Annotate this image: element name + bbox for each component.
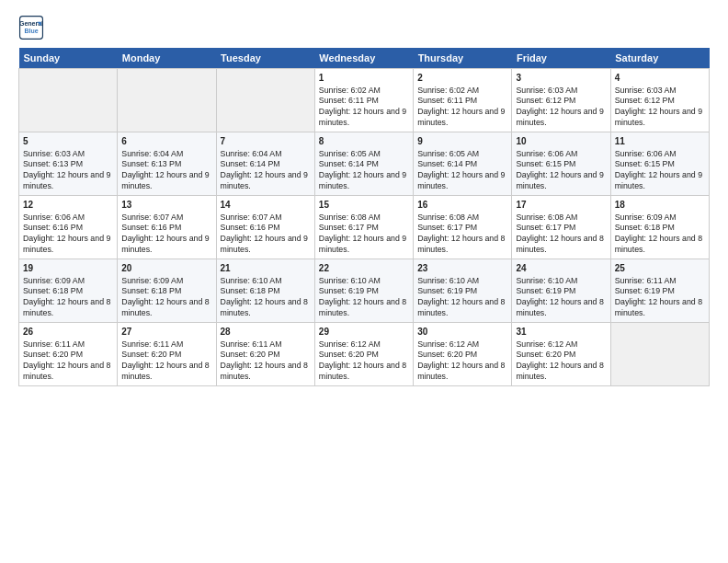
- day-info: Sunset: 6:11 PM: [417, 96, 507, 107]
- calendar-week-1: 1Sunrise: 6:02 AMSunset: 6:11 PMDaylight…: [19, 69, 710, 132]
- day-info: Daylight: 12 hours and 9 minutes.: [221, 234, 311, 256]
- day-info: Sunset: 6:15 PM: [615, 159, 705, 170]
- day-info: Sunrise: 6:08 AM: [319, 213, 409, 224]
- day-number: 7: [221, 135, 311, 148]
- calendar-cell: 26Sunrise: 6:11 AMSunset: 6:20 PMDayligh…: [19, 323, 118, 386]
- day-info: Sunset: 6:17 PM: [516, 223, 606, 234]
- day-info: Sunset: 6:16 PM: [121, 223, 211, 234]
- day-info: Daylight: 12 hours and 8 minutes.: [319, 361, 409, 383]
- calendar-cell: 14Sunrise: 6:07 AMSunset: 6:16 PMDayligh…: [216, 196, 314, 259]
- day-number: 4: [615, 72, 705, 85]
- day-info: Sunrise: 6:11 AM: [221, 339, 311, 350]
- day-info: Sunset: 6:13 PM: [121, 159, 211, 170]
- day-info: Sunrise: 6:05 AM: [417, 149, 507, 160]
- day-number: 24: [516, 262, 606, 275]
- day-info: Sunset: 6:20 PM: [221, 350, 311, 361]
- day-info: Sunrise: 6:10 AM: [417, 276, 507, 287]
- column-header-monday: Monday: [118, 48, 216, 69]
- day-info: Sunset: 6:17 PM: [417, 223, 507, 234]
- day-info: Daylight: 12 hours and 9 minutes.: [417, 107, 507, 129]
- svg-text:Blue: Blue: [24, 28, 38, 34]
- calendar-cell: 24Sunrise: 6:10 AMSunset: 6:19 PMDayligh…: [512, 259, 610, 323]
- day-number: 18: [615, 199, 705, 212]
- calendar-week-3: 12Sunrise: 6:06 AMSunset: 6:16 PMDayligh…: [19, 196, 710, 259]
- day-number: 8: [319, 135, 409, 148]
- day-number: 20: [121, 262, 211, 275]
- day-info: Sunrise: 6:09 AM: [121, 276, 211, 287]
- day-info: Sunrise: 6:06 AM: [615, 149, 705, 160]
- day-info: Sunset: 6:15 PM: [516, 159, 606, 170]
- day-info: Daylight: 12 hours and 8 minutes.: [417, 297, 507, 319]
- day-number: 6: [121, 135, 211, 148]
- day-number: 15: [319, 199, 409, 212]
- day-info: Sunrise: 6:09 AM: [23, 276, 113, 287]
- calendar-cell: [610, 323, 709, 386]
- day-info: Sunrise: 6:10 AM: [516, 276, 606, 287]
- day-info: Daylight: 12 hours and 9 minutes.: [221, 170, 311, 192]
- day-info: Sunrise: 6:06 AM: [516, 149, 606, 160]
- day-info: Sunrise: 6:08 AM: [417, 213, 507, 224]
- calendar-table: SundayMondayTuesdayWednesdayThursdayFrid…: [18, 48, 710, 386]
- day-number: 31: [516, 326, 606, 339]
- day-info: Sunset: 6:12 PM: [516, 96, 606, 107]
- day-info: Daylight: 12 hours and 9 minutes.: [23, 170, 113, 192]
- calendar-cell: 27Sunrise: 6:11 AMSunset: 6:20 PMDayligh…: [118, 323, 216, 386]
- calendar-cell: 5Sunrise: 6:03 AMSunset: 6:13 PMDaylight…: [19, 132, 118, 196]
- day-info: Daylight: 12 hours and 8 minutes.: [121, 297, 211, 319]
- calendar-cell: 3Sunrise: 6:03 AMSunset: 6:12 PMDaylight…: [512, 69, 610, 132]
- day-info: Sunset: 6:20 PM: [516, 350, 606, 361]
- calendar-cell: 28Sunrise: 6:11 AMSunset: 6:20 PMDayligh…: [216, 323, 314, 386]
- day-info: Sunset: 6:18 PM: [615, 223, 705, 234]
- calendar-cell: 31Sunrise: 6:12 AMSunset: 6:20 PMDayligh…: [512, 323, 610, 386]
- day-info: Sunrise: 6:05 AM: [319, 149, 409, 160]
- day-info: Daylight: 12 hours and 8 minutes.: [319, 297, 409, 319]
- day-number: 26: [23, 326, 113, 339]
- day-number: 12: [23, 199, 113, 212]
- calendar-cell: 29Sunrise: 6:12 AMSunset: 6:20 PMDayligh…: [314, 323, 413, 386]
- day-info: Sunrise: 6:10 AM: [319, 276, 409, 287]
- day-info: Sunrise: 6:10 AM: [221, 276, 311, 287]
- day-number: 25: [615, 262, 705, 275]
- day-number: 3: [516, 72, 606, 85]
- day-info: Sunrise: 6:12 AM: [516, 339, 606, 350]
- day-number: 9: [417, 135, 507, 148]
- day-info: Sunrise: 6:11 AM: [23, 339, 113, 350]
- day-info: Sunrise: 6:09 AM: [615, 213, 705, 224]
- day-info: Sunrise: 6:03 AM: [615, 86, 705, 97]
- day-info: Daylight: 12 hours and 9 minutes.: [319, 107, 409, 129]
- day-info: Sunrise: 6:08 AM: [516, 213, 606, 224]
- day-info: Sunrise: 6:04 AM: [221, 149, 311, 160]
- day-info: Daylight: 12 hours and 8 minutes.: [417, 234, 507, 256]
- day-info: Sunset: 6:17 PM: [319, 223, 409, 234]
- day-info: Sunset: 6:16 PM: [221, 223, 311, 234]
- day-info: Sunrise: 6:02 AM: [319, 86, 409, 97]
- day-info: Daylight: 12 hours and 9 minutes.: [615, 170, 705, 192]
- calendar-week-2: 5Sunrise: 6:03 AMSunset: 6:13 PMDaylight…: [19, 132, 710, 196]
- day-info: Sunrise: 6:12 AM: [417, 339, 507, 350]
- calendar-cell: 22Sunrise: 6:10 AMSunset: 6:19 PMDayligh…: [314, 259, 413, 323]
- day-info: Sunset: 6:20 PM: [121, 350, 211, 361]
- calendar-cell: 4Sunrise: 6:03 AMSunset: 6:12 PMDaylight…: [610, 69, 709, 132]
- day-info: Sunrise: 6:06 AM: [23, 213, 113, 224]
- day-info: Sunset: 6:16 PM: [23, 223, 113, 234]
- calendar-cell: 6Sunrise: 6:04 AMSunset: 6:13 PMDaylight…: [118, 132, 216, 196]
- day-info: Daylight: 12 hours and 9 minutes.: [417, 170, 507, 192]
- day-info: Daylight: 12 hours and 8 minutes.: [516, 361, 606, 383]
- day-number: 1: [319, 72, 409, 85]
- day-info: Daylight: 12 hours and 9 minutes.: [23, 234, 113, 256]
- day-number: 23: [417, 262, 507, 275]
- calendar-cell: [216, 69, 314, 132]
- day-info: Sunset: 6:18 PM: [221, 286, 311, 297]
- day-info: Sunset: 6:19 PM: [319, 286, 409, 297]
- column-header-tuesday: Tuesday: [216, 48, 314, 69]
- day-info: Sunset: 6:19 PM: [615, 286, 705, 297]
- day-info: Daylight: 12 hours and 9 minutes.: [615, 107, 705, 129]
- logo-icon: General Blue: [18, 15, 44, 40]
- calendar-cell: 19Sunrise: 6:09 AMSunset: 6:18 PMDayligh…: [19, 259, 118, 323]
- calendar-week-5: 26Sunrise: 6:11 AMSunset: 6:20 PMDayligh…: [19, 323, 710, 386]
- column-header-thursday: Thursday: [414, 48, 512, 69]
- calendar-cell: 2Sunrise: 6:02 AMSunset: 6:11 PMDaylight…: [414, 69, 512, 132]
- day-info: Sunset: 6:13 PM: [23, 159, 113, 170]
- day-info: Sunrise: 6:03 AM: [516, 86, 606, 97]
- calendar-cell: 10Sunrise: 6:06 AMSunset: 6:15 PMDayligh…: [512, 132, 610, 196]
